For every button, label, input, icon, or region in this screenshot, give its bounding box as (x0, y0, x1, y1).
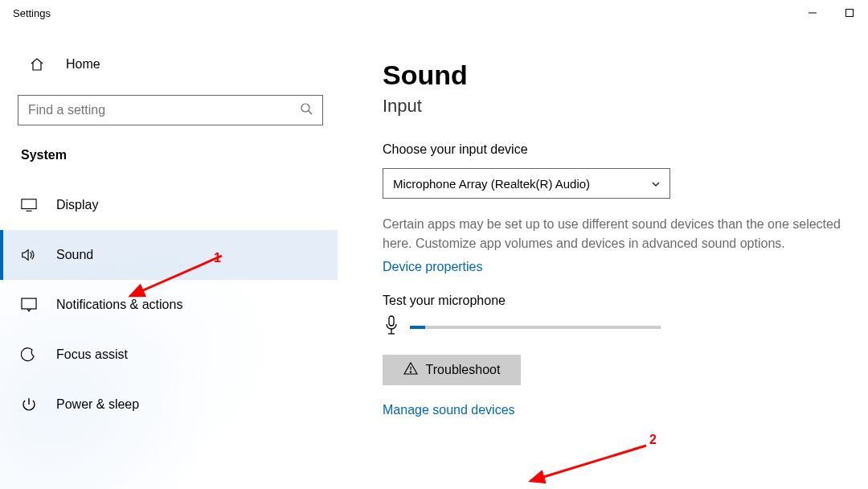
svg-rect-7 (389, 316, 394, 326)
sidebar-item-notifications[interactable]: Notifications & actions (0, 280, 338, 330)
svg-point-11 (410, 372, 411, 372)
microphone-icon (383, 314, 400, 340)
svg-point-2 (301, 104, 309, 112)
window-title: Settings (13, 7, 51, 19)
troubleshoot-label: Troubleshoot (426, 363, 501, 377)
svg-line-3 (309, 111, 312, 114)
nav-label: Notifications & actions (56, 298, 182, 312)
choose-input-label: Choose your input device (383, 142, 862, 157)
nav-label: Focus assist (56, 347, 128, 362)
search-box[interactable] (18, 95, 323, 125)
sidebar-item-display[interactable]: Display (0, 180, 338, 230)
sidebar-item-power[interactable]: Power & sleep (0, 380, 338, 429)
nav-label: Display (56, 198, 98, 212)
mic-level-bar (410, 326, 661, 329)
device-properties-link[interactable]: Device properties (383, 260, 483, 274)
home-nav[interactable]: Home (0, 48, 338, 80)
sidebar-item-sound[interactable]: Sound (0, 230, 338, 280)
page-title: Sound (383, 60, 862, 91)
window-controls (794, 0, 868, 26)
svg-rect-1 (846, 10, 854, 17)
notifications-icon (21, 297, 37, 313)
mic-level-fill (410, 326, 425, 329)
chevron-down-icon (650, 179, 660, 188)
svg-rect-4 (22, 199, 36, 209)
nav-label: Power & sleep (56, 397, 139, 412)
content-area: Sound Input Choose your input device Mic… (338, 26, 868, 489)
home-label: Home (66, 57, 100, 72)
nav-label: Sound (56, 248, 93, 262)
display-icon (21, 197, 37, 213)
focus-assist-icon (21, 347, 37, 363)
sound-icon (21, 247, 37, 263)
svg-rect-6 (22, 298, 36, 309)
dropdown-value: Microphone Array (Realtek(R) Audio) (393, 177, 590, 191)
titlebar: Settings (0, 0, 868, 26)
test-mic-label: Test your microphone (383, 294, 862, 308)
sidebar-item-focus-assist[interactable]: Focus assist (0, 330, 338, 380)
input-description: Certain apps may be set up to use differ… (383, 215, 849, 253)
category-label: System (21, 148, 338, 162)
maximize-button[interactable] (831, 0, 868, 26)
sidebar: Home System (0, 26, 338, 489)
search-icon (300, 102, 313, 118)
minimize-button[interactable] (794, 0, 831, 26)
input-device-dropdown[interactable]: Microphone Array (Realtek(R) Audio) (383, 168, 670, 199)
home-icon (29, 56, 45, 72)
power-icon (21, 397, 37, 413)
search-input[interactable] (28, 103, 300, 117)
troubleshoot-button[interactable]: Troubleshoot (383, 355, 521, 385)
warning-icon (403, 362, 418, 378)
manage-sound-devices-link[interactable]: Manage sound devices (383, 403, 515, 417)
section-title: Input (383, 96, 862, 117)
